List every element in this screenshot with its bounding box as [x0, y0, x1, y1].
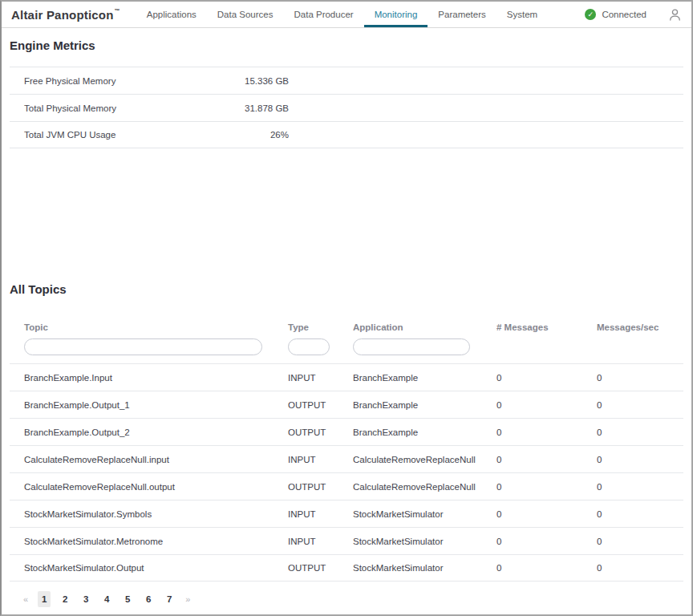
- messages-cell: 0: [496, 400, 597, 410]
- application-cell: StockMarketSimulator: [353, 509, 496, 519]
- topic-cell: StockMarketSimulator.Symbols: [10, 509, 288, 519]
- engine-metrics-table: Free Physical Memory 15.336 GB Total Phy…: [10, 67, 683, 148]
- table-row[interactable]: StockMarketSimulator.Symbols INPUT Stock…: [10, 500, 683, 527]
- metric-value: 15.336 GB: [180, 76, 289, 86]
- engine-metric-row: Total Physical Memory 31.878 GB: [10, 94, 683, 121]
- messages-per-sec-cell: 0: [597, 455, 683, 464]
- messages-cell: 0: [496, 537, 597, 546]
- topic-cell: StockMarketSimulator.Output: [10, 563, 288, 573]
- all-topics-title: All Topics: [10, 282, 683, 298]
- nav-tab-system[interactable]: System: [496, 2, 548, 27]
- messages-per-sec-cell: 0: [597, 563, 683, 573]
- pagination-prev-icon[interactable]: «: [18, 594, 34, 604]
- trademark-symbol: ™: [115, 8, 120, 14]
- top-navigation-bar: Altair Panopticon™ Applications Data Sou…: [2, 2, 691, 28]
- page-number-2[interactable]: 2: [59, 591, 71, 607]
- messages-per-sec-cell: 0: [597, 537, 683, 546]
- topic-filter-input[interactable]: [24, 338, 262, 355]
- metric-label: Total Physical Memory: [10, 103, 180, 113]
- nav-tab-parameters[interactable]: Parameters: [428, 2, 496, 27]
- column-header-type[interactable]: Type: [288, 322, 353, 332]
- metric-label: Free Physical Memory: [10, 76, 180, 86]
- application-cell: BranchExample: [353, 428, 496, 437]
- app-logo: Altair Panopticon™: [11, 2, 120, 27]
- engine-metric-row: Free Physical Memory 15.336 GB: [10, 67, 683, 94]
- nav-tab-monitoring[interactable]: Monitoring: [364, 2, 428, 27]
- type-cell: INPUT: [288, 455, 353, 464]
- messages-cell: 0: [496, 455, 597, 464]
- main-content: Engine Metrics Free Physical Memory 15.3…: [2, 38, 691, 607]
- messages-cell: 0: [496, 509, 597, 519]
- page-number-7[interactable]: 7: [163, 591, 176, 607]
- messages-cell: 0: [496, 563, 597, 573]
- table-row[interactable]: StockMarketSimulator.Metronome INPUT Sto…: [10, 527, 683, 554]
- header-right: ✓ Connected: [585, 2, 682, 27]
- messages-cell: 0: [496, 428, 597, 437]
- application-cell: StockMarketSimulator: [353, 537, 496, 546]
- column-header-application[interactable]: Application: [353, 322, 496, 332]
- table-row[interactable]: BranchExample.Input INPUT BranchExample …: [10, 363, 683, 391]
- type-cell: INPUT: [288, 373, 353, 383]
- engine-metrics-title: Engine Metrics: [10, 38, 683, 54]
- type-cell: OUTPUT: [288, 428, 353, 437]
- app-window: Altair Panopticon™ Applications Data Sou…: [0, 0, 693, 616]
- type-cell: OUTPUT: [288, 482, 353, 492]
- topic-cell: CalculateRemoveReplaceNull.output: [10, 482, 288, 492]
- connection-status-badge: ✓ Connected: [585, 9, 646, 20]
- application-cell: CalculateRemoveReplaceNull: [353, 455, 496, 464]
- engine-metric-row: Total JVM CPU Usage 26%: [10, 121, 683, 148]
- table-row[interactable]: CalculateRemoveReplaceNull.output OUTPUT…: [10, 472, 683, 500]
- connection-status-label: Connected: [602, 10, 646, 19]
- topic-cell: BranchExample.Input: [10, 373, 288, 383]
- topic-cell: StockMarketSimulator.Metronome: [10, 537, 288, 546]
- user-profile-icon[interactable]: [668, 8, 682, 22]
- column-header-messages-per-sec[interactable]: Messages/sec: [597, 322, 683, 332]
- topics-table-body: BranchExample.Input INPUT BranchExample …: [10, 363, 683, 582]
- metric-label: Total JVM CPU Usage: [10, 130, 180, 140]
- application-cell: CalculateRemoveReplaceNull: [353, 482, 496, 492]
- connected-check-icon: ✓: [585, 9, 596, 20]
- messages-per-sec-cell: 0: [597, 400, 683, 410]
- type-cell: INPUT: [288, 509, 353, 519]
- messages-per-sec-cell: 0: [597, 373, 683, 383]
- topic-cell: BranchExample.Output_1: [10, 400, 288, 410]
- messages-cell: 0: [496, 373, 597, 383]
- type-cell: OUTPUT: [288, 563, 353, 573]
- app-logo-text: Altair Panopticon: [11, 8, 114, 22]
- page-number-3[interactable]: 3: [79, 591, 92, 607]
- column-header-topic[interactable]: Topic: [10, 322, 288, 332]
- page-number-6[interactable]: 6: [142, 591, 155, 607]
- page-number-5[interactable]: 5: [121, 591, 134, 607]
- table-row[interactable]: StockMarketSimulator.Output OUTPUT Stock…: [10, 554, 683, 582]
- application-cell: BranchExample: [353, 400, 496, 410]
- table-row[interactable]: BranchExample.Output_2 OUTPUT BranchExam…: [10, 418, 683, 445]
- application-cell: BranchExample: [353, 373, 496, 383]
- page-number-4[interactable]: 4: [100, 591, 113, 607]
- pagination-next-icon[interactable]: »: [180, 594, 196, 604]
- topic-cell: CalculateRemoveReplaceNull.input: [10, 455, 288, 464]
- messages-per-sec-cell: 0: [597, 428, 683, 437]
- topics-table-header: Topic Type Application # Messages Messag…: [10, 318, 683, 336]
- nav-tab-data-sources[interactable]: Data Sources: [207, 2, 284, 27]
- main-nav: Applications Data Sources Data Producer …: [136, 2, 548, 27]
- column-header-messages[interactable]: # Messages: [496, 322, 597, 332]
- topic-cell: BranchExample.Output_2: [10, 428, 288, 437]
- messages-per-sec-cell: 0: [597, 509, 683, 519]
- page-number-1[interactable]: 1: [38, 591, 51, 607]
- nav-tab-data-producer[interactable]: Data Producer: [283, 2, 363, 27]
- topics-filter-row: [10, 336, 683, 363]
- type-cell: INPUT: [288, 537, 353, 546]
- metric-value: 31.878 GB: [180, 103, 289, 113]
- type-cell: OUTPUT: [288, 400, 353, 410]
- table-row[interactable]: BranchExample.Output_1 OUTPUT BranchExam…: [10, 391, 683, 418]
- metric-value: 26%: [180, 130, 289, 140]
- table-row[interactable]: CalculateRemoveReplaceNull.input INPUT C…: [10, 445, 683, 472]
- nav-tab-applications[interactable]: Applications: [136, 2, 207, 27]
- messages-per-sec-cell: 0: [597, 482, 683, 492]
- messages-cell: 0: [496, 482, 597, 492]
- application-cell: StockMarketSimulator: [353, 563, 496, 573]
- type-filter-input[interactable]: [288, 338, 330, 355]
- application-filter-input[interactable]: [353, 338, 470, 355]
- pagination: « 1 2 3 4 5 6 7 »: [10, 591, 683, 607]
